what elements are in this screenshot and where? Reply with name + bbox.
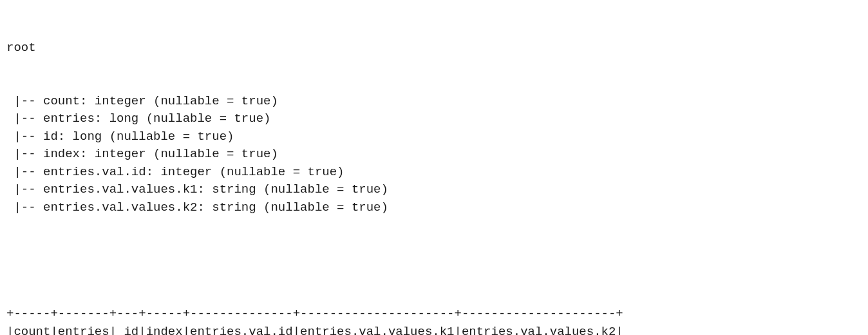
schema-field: |-- count: integer (nullable = true) bbox=[6, 93, 862, 111]
spark-output: root |-- count: integer (nullable = true… bbox=[0, 0, 868, 335]
schema-root: root bbox=[6, 39, 862, 57]
schema-field: |-- entries.val.values.k2: string (nulla… bbox=[6, 199, 862, 217]
schema-field: |-- id: long (nullable = true) bbox=[6, 128, 862, 146]
table-border: +-----+-------+---+-----+--------------+… bbox=[6, 305, 862, 323]
schema-field: |-- entries.val.id: integer (nullable = … bbox=[6, 164, 862, 182]
blank-line bbox=[6, 253, 862, 271]
table-header: |count|entries| id|index|entries.val.id|… bbox=[6, 323, 862, 335]
schema-field: |-- index: integer (nullable = true) bbox=[6, 146, 862, 164]
schema-field: |-- entries: long (nullable = true) bbox=[6, 110, 862, 128]
schema-field: |-- entries.val.values.k1: string (nulla… bbox=[6, 181, 862, 199]
